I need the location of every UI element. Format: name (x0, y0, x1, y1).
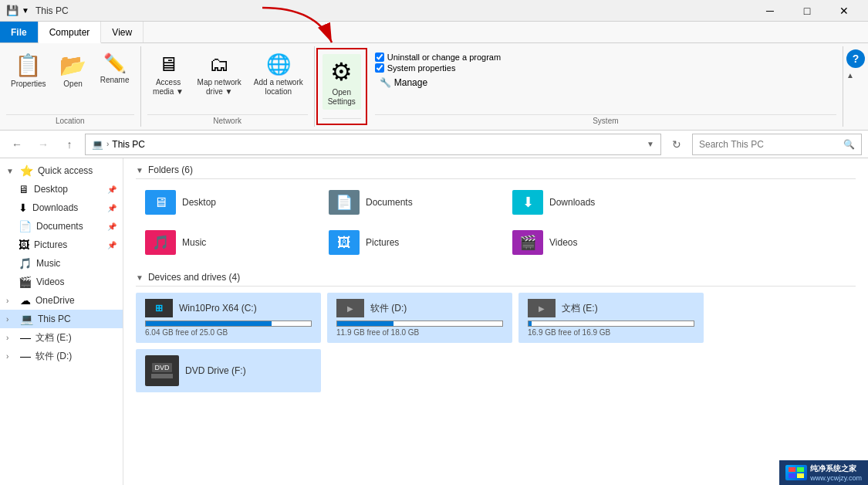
properties-button[interactable]: 📋 Properties (6, 49, 51, 105)
up-button[interactable]: ↑ (59, 134, 80, 155)
pictures-label: Pictures (34, 239, 103, 250)
folders-section-header: ▼ Folders (6) (136, 164, 856, 179)
drive-c[interactable]: ⊞ Win10Pro X64 (C:) 6.04 GB free of 25.0… (136, 293, 321, 343)
this-pc-icon: 💻 (20, 313, 33, 325)
path-dropdown-chevron[interactable]: ▼ (647, 140, 654, 148)
path-chevron: › (106, 140, 109, 148)
watermark-text-area: 纯净系统之家 www.ycwjzy.com (810, 463, 862, 482)
folder-documents[interactable]: 📄 Documents (319, 185, 497, 219)
documents-folder-icon: 📄 (329, 190, 360, 215)
properties-icon: 📋 (15, 53, 42, 78)
desktop-folder-icon: 🖥 (145, 190, 176, 215)
drive-c-icon: ⊞ (145, 299, 173, 317)
this-pc-expand: › (6, 315, 15, 324)
expand-ribbon-btn[interactable]: ▲ (846, 71, 865, 80)
documents-icon: 📄 (19, 220, 32, 232)
quick-access-dropdown[interactable]: ▼ (22, 6, 29, 15)
system-properties-checkbox[interactable]: System properties (375, 63, 501, 73)
drives-chevron[interactable]: ▼ (136, 273, 144, 282)
access-media-icon: 🖥 (158, 53, 178, 76)
path-icon: 💻 (92, 139, 103, 150)
open-settings-button[interactable]: ⚙ OpenSettings (323, 54, 361, 110)
videos-icon: 🎬 (19, 276, 32, 288)
sidebar-item-this-pc[interactable]: › 💻 This PC (0, 310, 123, 328)
rename-icon: ✏️ (103, 53, 127, 74)
location-group-label: Location (6, 114, 134, 127)
svg-rect-2 (797, 467, 804, 472)
watermark-main-text: 纯净系统之家 (810, 463, 862, 474)
soft-d-label: 软件 (D:) (35, 350, 117, 363)
uninstall-checkbox[interactable]: Uninstall or change a program (375, 53, 501, 62)
sidebar-item-onedrive[interactable]: › ☁ OneDrive (0, 291, 123, 310)
uninstall-checkbox-input[interactable] (375, 53, 384, 62)
folder-videos[interactable]: 🎬 Videos (503, 226, 681, 259)
drive-e-icon: ▶ (528, 299, 556, 317)
drive-f-name: DVD Drive (F:) (185, 365, 246, 376)
tab-view[interactable]: View (101, 22, 144, 42)
access-media-button[interactable]: 🖥 Accessmedia ▼ (147, 49, 190, 105)
minimize-button[interactable]: ─ (752, 0, 788, 22)
sidebar-item-videos[interactable]: 🎬 Videos (0, 273, 123, 291)
folder-desktop[interactable]: 🖥 Desktop (136, 185, 313, 219)
videos-folder-name: Videos (549, 237, 577, 248)
system-properties-checkbox-input[interactable] (375, 63, 384, 73)
downloads-icon: ⬇ (19, 202, 28, 214)
drives-section-label: Devices and drives (4) (148, 272, 240, 283)
map-network-drive-button[interactable]: 🗂 Map networkdrive ▼ (193, 49, 246, 105)
tab-file[interactable]: File (0, 22, 39, 42)
manage-button[interactable]: 🔧 Manage (375, 74, 501, 91)
help-button[interactable]: ? (846, 49, 865, 68)
tab-computer[interactable]: Computer (39, 22, 102, 43)
open-settings-label: OpenSettings (328, 88, 356, 107)
ribbon-tabs: File Computer View (0, 22, 868, 43)
drive-f[interactable]: DVD DVD Drive (F:) (136, 349, 321, 392)
sidebar-item-music[interactable]: 🎵 Music (0, 254, 123, 273)
close-button[interactable]: ✕ (826, 0, 862, 22)
maximize-button[interactable]: □ (789, 0, 825, 22)
sidebar-item-quick-access[interactable]: ▼ ⭐ Quick access (0, 161, 123, 180)
search-box: 🔍 (692, 134, 862, 155)
sidebar-item-downloads[interactable]: ⬇ Downloads 📌 (0, 198, 123, 217)
music-folder-name: Music (182, 237, 206, 248)
documents-label: Documents (36, 221, 103, 232)
refresh-button[interactable]: ↻ (666, 134, 687, 155)
svg-rect-1 (789, 467, 795, 472)
search-input[interactable] (699, 139, 839, 150)
drive-e-bar-bg (528, 321, 694, 327)
folder-grid: 🖥 Desktop 📄 Documents ⬇ Downloads (136, 185, 856, 259)
sidebar-item-doc-e[interactable]: › — 文档 (E:) (0, 328, 123, 347)
folder-music[interactable]: 🎵 Music (136, 226, 313, 259)
sidebar-item-soft-d[interactable]: › — 软件 (D:) (0, 347, 123, 365)
sidebar-item-pictures[interactable]: 🖼 Pictures 📌 (0, 236, 123, 254)
sidebar-item-documents[interactable]: 📄 Documents 📌 (0, 217, 123, 236)
forward-button[interactable]: → (32, 134, 54, 155)
add-network-location-button[interactable]: 🌐 Add a networklocation (249, 49, 308, 105)
open-button[interactable]: 📂 Open (54, 49, 93, 105)
system-properties-label: System properties (387, 63, 456, 73)
main-area: ▼ ⭐ Quick access 🖥 Desktop 📌 ⬇ Downloads… (0, 158, 868, 485)
address-path[interactable]: 💻 › This PC ▼ (85, 134, 661, 155)
drive-d-info: 11.9 GB free of 18.0 GB (336, 328, 503, 337)
drive-c-info: 6.04 GB free of 25.0 GB (145, 328, 312, 337)
back-button[interactable]: ← (6, 134, 28, 155)
quick-access-icon: ⭐ (20, 164, 33, 177)
drive-d[interactable]: ▶ 软件 (D:) 11.9 GB free of 18.0 GB (327, 293, 512, 343)
folders-chevron[interactable]: ▼ (136, 166, 144, 175)
open-label: Open (63, 80, 82, 89)
quick-access-label: Quick access (38, 165, 117, 176)
sidebar-item-desktop[interactable]: 🖥 Desktop 📌 (0, 180, 123, 198)
quick-access-toolbar: 💾 ▼ (6, 5, 29, 16)
folder-downloads[interactable]: ⬇ Downloads (503, 185, 681, 219)
drive-e-name: 文档 (E:) (562, 302, 598, 315)
rename-button[interactable]: ✏️ Rename (96, 49, 134, 105)
downloads-label: Downloads (32, 202, 103, 213)
watermark-logo (785, 465, 807, 480)
uninstall-label: Uninstall or change a program (387, 53, 501, 62)
drive-d-icon: ▶ (336, 299, 364, 317)
save-icon[interactable]: 💾 (6, 5, 19, 16)
downloads-pin: 📌 (107, 204, 117, 212)
drive-e[interactable]: ▶ 文档 (E:) 16.9 GB free of 16.9 GB (518, 293, 704, 343)
open-icon: 📂 (59, 53, 86, 78)
quick-access-expand: ▼ (6, 167, 15, 175)
folder-pictures[interactable]: 🖼 Pictures (319, 226, 497, 259)
